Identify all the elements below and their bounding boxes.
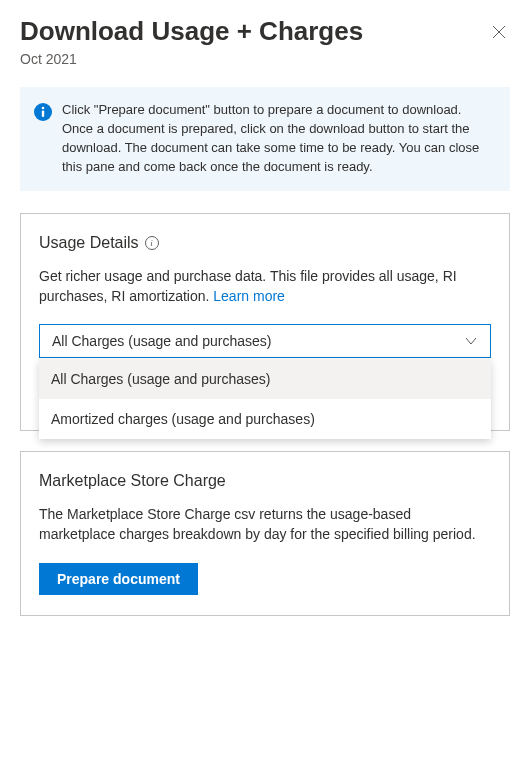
dropdown-option-all-charges[interactable]: All Charges (usage and purchases) bbox=[39, 359, 491, 399]
info-banner: Click "Prepare document" button to prepa… bbox=[20, 87, 510, 190]
page-title: Download Usage + Charges bbox=[20, 16, 363, 47]
prepare-document-button[interactable]: Prepare document bbox=[39, 563, 198, 595]
marketplace-card: Marketplace Store Charge The Marketplace… bbox=[20, 451, 510, 616]
marketplace-description: The Marketplace Store Charge csv returns… bbox=[39, 504, 491, 545]
learn-more-link[interactable]: Learn more bbox=[213, 288, 285, 304]
info-banner-text: Click "Prepare document" button to prepa… bbox=[62, 101, 494, 176]
dropdown-selected-value: All Charges (usage and purchases) bbox=[52, 333, 271, 349]
usage-details-card: Usage Details i Get richer usage and pur… bbox=[20, 213, 510, 432]
dropdown-option-amortized[interactable]: Amortized charges (usage and purchases) bbox=[39, 399, 491, 439]
dropdown-list: All Charges (usage and purchases) Amorti… bbox=[39, 359, 491, 439]
info-icon bbox=[34, 103, 52, 124]
chevron-down-icon bbox=[464, 334, 478, 348]
info-icon[interactable]: i bbox=[145, 236, 159, 250]
usage-details-description: Get richer usage and purchase data. This… bbox=[39, 266, 491, 307]
close-icon bbox=[492, 25, 506, 39]
svg-rect-4 bbox=[42, 111, 44, 118]
page-subtitle: Oct 2021 bbox=[20, 51, 510, 67]
marketplace-title: Marketplace Store Charge bbox=[39, 472, 226, 490]
charges-dropdown[interactable]: All Charges (usage and purchases) bbox=[39, 324, 491, 358]
svg-point-3 bbox=[42, 107, 45, 110]
close-button[interactable] bbox=[488, 20, 510, 46]
usage-details-title: Usage Details bbox=[39, 234, 139, 252]
